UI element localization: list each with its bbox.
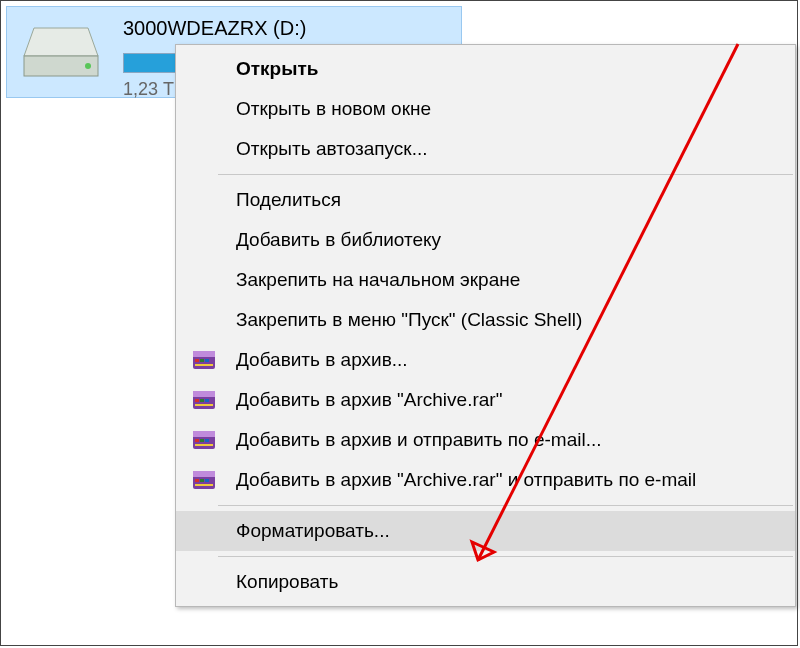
menu-pin-start[interactable]: Закрепить на начальном экране — [176, 260, 795, 300]
context-menu: Открыть Открыть в новом окне Открыть авт… — [175, 44, 796, 607]
menu-add-library[interactable]: Добавить в библиотеку — [176, 220, 795, 260]
svg-rect-6 — [200, 359, 204, 362]
menu-separator — [218, 505, 793, 506]
menu-rar-named-email[interactable]: Добавить в архив "Archive.rar" и отправи… — [176, 460, 795, 500]
rar-icon — [188, 384, 220, 416]
svg-rect-5 — [195, 359, 199, 362]
drive-sublabel: 1,23 Т — [123, 79, 174, 100]
svg-rect-11 — [195, 399, 199, 402]
svg-rect-10 — [193, 391, 215, 397]
menu-open[interactable]: Открыть — [176, 49, 795, 89]
svg-rect-4 — [193, 351, 215, 357]
menu-open-new-window[interactable]: Открыть в новом окне — [176, 89, 795, 129]
svg-rect-14 — [195, 404, 213, 406]
svg-rect-17 — [195, 439, 199, 442]
svg-rect-19 — [205, 439, 209, 442]
svg-rect-16 — [193, 431, 215, 437]
menu-rar-add[interactable]: Добавить в архив... — [176, 340, 795, 380]
svg-rect-18 — [200, 439, 204, 442]
menu-share[interactable]: Поделиться — [176, 180, 795, 220]
menu-separator — [218, 556, 793, 557]
svg-point-2 — [85, 63, 91, 69]
menu-separator — [218, 174, 793, 175]
rar-icon — [188, 344, 220, 376]
drive-icon — [13, 13, 109, 93]
rar-icon — [188, 464, 220, 496]
svg-rect-22 — [193, 471, 215, 477]
svg-rect-23 — [195, 479, 199, 482]
svg-rect-8 — [195, 364, 213, 366]
svg-marker-0 — [24, 28, 98, 56]
svg-rect-20 — [195, 444, 213, 446]
svg-rect-7 — [205, 359, 209, 362]
svg-rect-25 — [205, 479, 209, 482]
menu-rar-email[interactable]: Добавить в архив и отправить по e-mail..… — [176, 420, 795, 460]
svg-rect-24 — [200, 479, 204, 482]
drive-label: 3000WDEAZRX (D:) — [123, 17, 306, 40]
menu-format[interactable]: Форматировать... — [176, 511, 795, 551]
menu-pin-classic-shell[interactable]: Закрепить в меню "Пуск" (Classic Shell) — [176, 300, 795, 340]
svg-rect-12 — [200, 399, 204, 402]
svg-rect-26 — [195, 484, 213, 486]
menu-rar-add-named[interactable]: Добавить в архив "Archive.rar" — [176, 380, 795, 420]
menu-copy[interactable]: Копировать — [176, 562, 795, 602]
rar-icon — [188, 424, 220, 456]
menu-open-autorun[interactable]: Открыть автозапуск... — [176, 129, 795, 169]
svg-rect-13 — [205, 399, 209, 402]
